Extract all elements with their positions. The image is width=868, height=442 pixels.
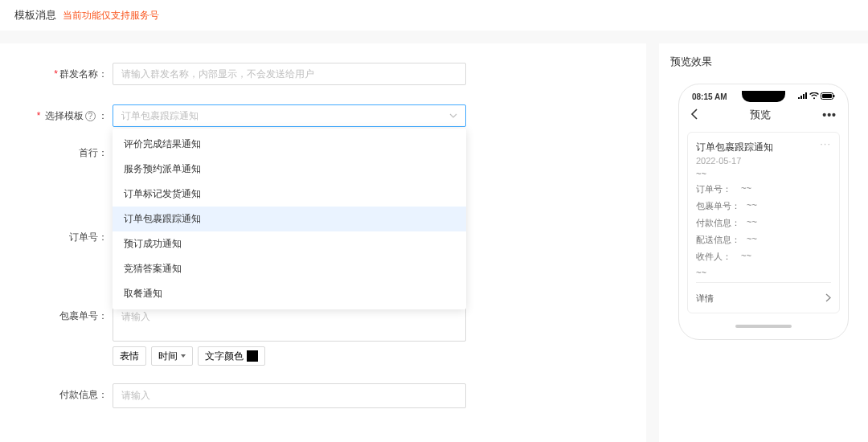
card-row: 付款信息：~~ <box>696 217 831 229</box>
time-button-2[interactable]: 时间 <box>151 346 193 366</box>
form-panel: 群发名称： 选择模板? ： 订单包裹跟踪通知 评价完成结果通知服务预约派单通知订… <box>0 43 646 442</box>
card-separator <box>696 282 831 283</box>
label-payment: 付款信息： <box>0 383 113 408</box>
phone-mockup: 08:15 AM 预览 ••• 订单包裹跟踪通知 ··· 2022-05-17 … <box>678 84 849 340</box>
card-row: 收件人：~~ <box>696 251 831 263</box>
template-select-value: 订单包裹跟踪通知 <box>121 109 199 123</box>
card-row-key: 付款信息： <box>696 217 740 229</box>
dropdown-item[interactable]: 订单标记发货通知 <box>113 182 466 207</box>
phone-navbar: 预览 ••• <box>687 101 840 132</box>
color-button-2[interactable]: 文字颜色 <box>198 346 265 366</box>
label-group-name: 群发名称： <box>0 63 113 85</box>
back-icon[interactable] <box>690 108 698 122</box>
card-row-key: 配送信息： <box>696 234 740 246</box>
svg-rect-2 <box>833 95 835 97</box>
chevron-down-icon <box>449 112 457 120</box>
card-row-val: ~~ <box>747 200 757 212</box>
phone-notch <box>742 91 785 102</box>
home-indicator <box>735 325 792 328</box>
card-row: 配送信息：~~ <box>696 234 831 246</box>
label-select-template: 选择模板? ： <box>0 104 113 127</box>
card-row-val: ~~ <box>741 251 751 263</box>
card-row: 订单号：~~ <box>696 183 831 195</box>
help-icon[interactable]: ? <box>85 111 96 121</box>
dropdown-item[interactable]: 取餐通知 <box>113 281 466 306</box>
more-icon[interactable]: ••• <box>822 112 837 118</box>
dropdown-item[interactable]: 预订成功通知 <box>113 231 466 256</box>
card-row: 包裹单号：~~ <box>696 200 831 212</box>
dropdown-item[interactable]: 服务预约派单通知 <box>113 157 466 182</box>
card-row-key: 收件人： <box>696 251 735 263</box>
page-header: 模板消息 当前功能仅支持服务号 <box>0 0 868 31</box>
dropdown-item[interactable]: 竞猜答案通知 <box>113 256 466 281</box>
signal-icon <box>798 92 808 101</box>
chevron-right-icon <box>825 293 831 304</box>
status-time: 08:15 AM <box>692 92 727 101</box>
packageno-textarea[interactable]: 请输入 <box>113 305 466 342</box>
card-row-val: ~~ <box>747 234 757 246</box>
label-firstline: 首行： <box>0 141 113 160</box>
card-leading-tilde: ~~ <box>696 169 831 178</box>
card-title: 订单包裹跟踪通知 <box>696 141 773 154</box>
header-note: 当前功能仅支持服务号 <box>63 9 159 23</box>
template-dropdown: 评价完成结果通知服务预约派单通知订单标记发货通知订单包裹跟踪通知预订成功通知竞猜… <box>113 129 466 309</box>
template-select[interactable]: 订单包裹跟踪通知 <box>113 104 466 127</box>
preview-card: 订单包裹跟踪通知 ··· 2022-05-17 ~~ 订单号：~~包裹单号：~~… <box>687 132 840 313</box>
card-trailing-tilde: ~~ <box>696 268 831 277</box>
label-orderno: 订单号： <box>0 226 113 287</box>
card-row-val: ~~ <box>741 183 751 195</box>
payment-textarea[interactable]: 请输入 <box>113 383 466 408</box>
wifi-icon <box>809 92 819 101</box>
label-packageno: 包裹单号： <box>0 305 113 366</box>
battery-icon <box>821 92 835 101</box>
card-footer-label[interactable]: 详情 <box>696 293 714 305</box>
header-title: 模板消息 <box>14 8 56 23</box>
card-date: 2022-05-17 <box>696 156 831 166</box>
dropdown-item[interactable]: 评价完成结果通知 <box>113 132 466 157</box>
card-row-key: 订单号： <box>696 183 735 195</box>
emoji-button-2[interactable]: 表情 <box>113 346 146 366</box>
svg-rect-1 <box>822 94 832 98</box>
group-name-input[interactable] <box>113 63 466 85</box>
preview-panel: 预览效果 08:15 AM 预览 ••• 订单包裹跟踪通知 ··· <box>659 43 868 442</box>
dropdown-item[interactable]: 订单包裹跟踪通知 <box>113 207 466 231</box>
card-row-val: ~~ <box>747 217 757 229</box>
card-row-key: 包裹单号： <box>696 200 740 212</box>
caret-down-icon <box>181 354 186 358</box>
color-chip-icon <box>247 350 258 362</box>
preview-panel-title: 预览效果 <box>670 55 857 69</box>
card-more-icon[interactable]: ··· <box>820 141 831 147</box>
phone-nav-title: 预览 <box>750 108 771 122</box>
